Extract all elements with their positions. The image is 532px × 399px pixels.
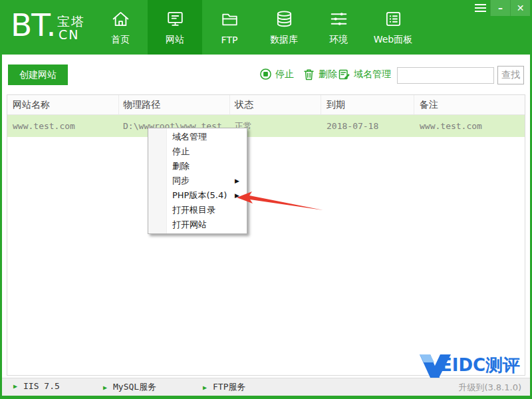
- minimize-button[interactable]: –: [490, 0, 510, 16]
- column-header-expiry[interactable]: 到期: [321, 95, 414, 114]
- service-item-mysql[interactable]: ▶ MySQL服务: [103, 381, 156, 393]
- service-label: MySQL服务: [113, 381, 156, 393]
- domain-manage-button[interactable]: 域名管理: [338, 68, 391, 80]
- status-bar: ▶ IIS 7.5 ▶ MySQL服务 ▶ FTP服务 升级到(3.8.1.0): [0, 378, 532, 396]
- nav-item-home[interactable]: 首页: [93, 0, 148, 55]
- home-icon: [111, 9, 130, 29]
- menu-item-label: PHP版本(5.4): [172, 190, 227, 200]
- trash-icon: [303, 68, 315, 80]
- bt-logo: BT. 宝塔 CN: [11, 5, 97, 49]
- service-label: IIS 7.5: [23, 381, 60, 391]
- search-input[interactable]: [397, 67, 494, 84]
- menu-item-php-version[interactable]: PHP版本(5.4) ▶: [148, 188, 247, 203]
- main-nav: 首页 网站 FTP 数据库 环境: [93, 0, 420, 55]
- menu-item-open-site[interactable]: 打开网站: [148, 217, 247, 232]
- menu-item-stop[interactable]: 停止: [148, 144, 247, 159]
- web-panel-icon: [384, 9, 403, 29]
- find-button[interactable]: 查找: [497, 66, 524, 84]
- site-toolbar: 创建网站 停止 删除 域名管理 查找: [2, 55, 530, 94]
- logo-cn-text: CN: [59, 27, 79, 42]
- veidc-watermark: EIDC测评: [407, 348, 524, 378]
- nav-label: 环境: [329, 34, 348, 46]
- cell-site-name: www.test.com: [7, 121, 119, 131]
- nav-item-website[interactable]: 网站: [148, 0, 202, 55]
- environment-icon: [329, 9, 348, 29]
- database-icon: [275, 9, 294, 29]
- menu-item-label: 删除: [172, 161, 190, 171]
- nav-label: Web面板: [374, 34, 413, 46]
- service-bullet-icon: ▶: [203, 384, 207, 391]
- menu-item-label: 打开根目录: [172, 205, 215, 215]
- table-row[interactable]: www.test.com D:\wwwroot\www.test 正常 2018…: [7, 115, 525, 137]
- stop-button[interactable]: 停止: [259, 68, 294, 80]
- logo-bt-text: BT.: [11, 9, 55, 41]
- nav-item-ftp[interactable]: FTP: [202, 0, 257, 55]
- site-context-menu: 域名管理 停止 删除 同步 ▶ PHP版本(5.4) ▶ 打开根目录 打开网站: [148, 128, 247, 234]
- nav-label: FTP: [221, 35, 238, 45]
- menu-item-open-root-dir[interactable]: 打开根目录: [148, 203, 247, 217]
- table-header-row: 网站名称 物理路径 状态 到期 备注: [7, 95, 525, 115]
- menu-item-label: 同步: [172, 176, 190, 186]
- column-header-path[interactable]: 物理路径: [119, 95, 230, 114]
- window-border-bottom: [0, 396, 532, 399]
- close-button[interactable]: ✕: [510, 0, 530, 16]
- domain-manage-label: 域名管理: [354, 68, 391, 80]
- site-table: 网站名称 物理路径 状态 到期 备注 www.test.com D:\wwwro…: [7, 94, 525, 376]
- submenu-arrow-icon: ▶: [235, 174, 239, 188]
- delete-label: 删除: [319, 68, 337, 80]
- service-bullet-icon: ▶: [103, 384, 107, 391]
- window-border-left: [0, 55, 2, 396]
- nav-label: 数据库: [270, 34, 298, 46]
- website-icon: [166, 9, 185, 29]
- menu-item-delete[interactable]: 删除: [148, 159, 247, 174]
- cell-note: www.test.com: [414, 121, 525, 131]
- create-site-button[interactable]: 创建网站: [8, 65, 68, 85]
- cell-expiry: 2018-07-18: [321, 121, 414, 131]
- column-header-site-name[interactable]: 网站名称: [7, 95, 119, 114]
- window-controls: – ✕: [470, 0, 530, 16]
- menu-item-sync[interactable]: 同步 ▶: [148, 174, 247, 188]
- service-item-iis[interactable]: ▶ IIS 7.5: [13, 381, 60, 391]
- menu-item-label: 打开网站: [172, 219, 207, 229]
- submenu-arrow-icon: ▶: [235, 188, 239, 203]
- nav-item-web-panel[interactable]: Web面板: [366, 0, 420, 55]
- nav-item-database[interactable]: 数据库: [257, 0, 311, 55]
- veidc-watermark-text: EIDC测评: [440, 354, 520, 377]
- menu-item-domain-manage[interactable]: 域名管理: [148, 130, 247, 144]
- nav-label: 网站: [166, 34, 184, 46]
- domain-edit-icon: [338, 68, 350, 80]
- hamburger-icon: [475, 4, 486, 12]
- service-label: FTP服务: [213, 381, 245, 393]
- minimize-icon: –: [498, 3, 503, 13]
- window-menu-button[interactable]: [470, 0, 490, 16]
- stop-icon: [259, 68, 272, 80]
- column-header-note[interactable]: 备注: [414, 95, 525, 114]
- nav-label: 首页: [111, 34, 130, 46]
- column-header-status[interactable]: 状态: [230, 95, 321, 114]
- menu-item-label: 域名管理: [172, 132, 207, 142]
- close-icon: ✕: [517, 3, 525, 13]
- upgrade-link[interactable]: 升级到(3.8.1.0): [458, 382, 521, 394]
- ftp-folder-icon: [220, 10, 239, 29]
- menu-item-label: 停止: [172, 146, 190, 156]
- service-bullet-icon: ▶: [13, 382, 17, 390]
- service-item-ftp[interactable]: ▶ FTP服务: [203, 381, 246, 393]
- delete-button[interactable]: 删除: [303, 68, 337, 80]
- nav-item-environment[interactable]: 环境: [311, 0, 366, 55]
- stop-label: 停止: [275, 68, 294, 80]
- app-header: BT. 宝塔 CN 首页 网站 FTP 数据库: [0, 0, 532, 55]
